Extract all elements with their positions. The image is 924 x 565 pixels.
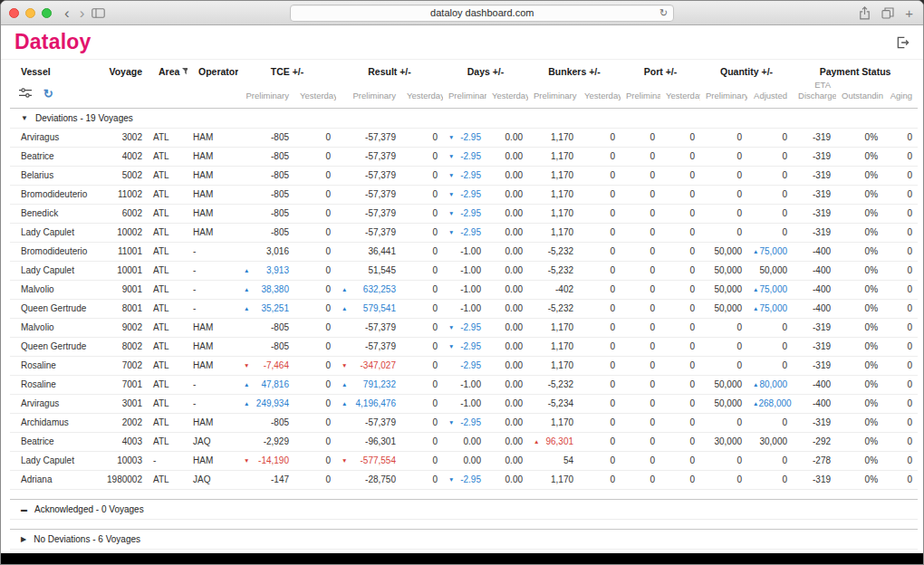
col-subheader-quantity-adjusted[interactable]: Adjusted bbox=[747, 79, 793, 108]
table-row[interactable]: Adriana1980002ATLJAQ-1470-28,7500▼-2.950… bbox=[10, 470, 918, 489]
table-row[interactable]: Bromodideuterio11002ATLHAM-8050-57,3790▼… bbox=[10, 185, 918, 204]
cell-content: -1.00 bbox=[448, 379, 481, 389]
table-row[interactable]: Lady Capulet10001ATL-▲3,913051,5450-1.00… bbox=[10, 261, 918, 280]
cell-content: 0% bbox=[842, 341, 878, 351]
reload-button[interactable]: ↻ bbox=[659, 7, 668, 19]
refresh-icon[interactable]: ↻ bbox=[43, 87, 53, 101]
close-window-button[interactable] bbox=[9, 8, 19, 18]
col-subheader-bunkers-yesterday[interactable]: Yesterday bbox=[579, 79, 621, 108]
cell-tce-yesterday: 0 bbox=[294, 356, 336, 375]
col-group-area[interactable]: Area bbox=[148, 60, 188, 79]
col-subheader-tce-preliminary[interactable]: Preliminary bbox=[238, 79, 294, 108]
cell-value: -400 bbox=[813, 379, 831, 389]
col-group-label: Vessel bbox=[21, 66, 51, 77]
col-subheader-days-yesterday[interactable]: Yesterday bbox=[486, 79, 528, 108]
col-subheader-eta-discharge[interactable]: ETA Discharge bbox=[793, 79, 836, 108]
table-row[interactable]: Arviragus3002ATLHAM-8050-57,3790▼-2.950.… bbox=[10, 128, 918, 147]
cell-content: -805 bbox=[244, 189, 289, 199]
cell-bunkers-yesterday: 0 bbox=[579, 204, 621, 223]
address-bar[interactable]: dataloy dashboard.com ↻ bbox=[290, 5, 674, 22]
column-settings-icon[interactable] bbox=[19, 88, 32, 98]
tab-overview-icon[interactable] bbox=[91, 8, 105, 18]
table-row[interactable]: Benedick6002ATLHAM-8050-57,3790▼-2.950.0… bbox=[10, 204, 918, 223]
table-row[interactable]: Lady Capulet10003-HAM▼-14,1900▼-577,5540… bbox=[10, 451, 918, 470]
forward-button[interactable]: › bbox=[80, 5, 85, 21]
col-subheader-quantity-preliminary[interactable]: Preliminary bbox=[700, 79, 747, 108]
logout-icon[interactable] bbox=[896, 36, 910, 49]
back-button[interactable]: ‹ bbox=[64, 5, 70, 21]
col-group-port[interactable]: Port +/- bbox=[621, 60, 700, 79]
expand-icon[interactable]: ▶ bbox=[21, 535, 26, 543]
delta-up-icon: ▲ bbox=[534, 439, 539, 445]
table-row[interactable]: Beatrice4003ATLJAQ-2,9290-96,30100.000.0… bbox=[10, 432, 918, 451]
dash-icon[interactable]: ▬ bbox=[21, 506, 27, 512]
section-header-row[interactable]: ▶No Deviations - 6 Voyages bbox=[10, 529, 918, 549]
cell-vessel: Belarius bbox=[10, 166, 91, 185]
cell-days-yesterday: 0.00 bbox=[486, 318, 528, 337]
table-row[interactable]: Arviragus3001ATL-▲249,9340▲4,196,4760-1.… bbox=[10, 394, 918, 413]
collapse-icon[interactable]: ▼ bbox=[21, 114, 28, 122]
cell-bunkers-preliminary: ▲96,301 bbox=[528, 432, 579, 451]
fullscreen-window-button[interactable] bbox=[42, 8, 52, 18]
delta-down-icon: ▼ bbox=[448, 135, 454, 141]
col-group-days[interactable]: Days +/- bbox=[443, 60, 528, 79]
col-subheader-days-preliminary[interactable]: Preliminary bbox=[443, 79, 486, 108]
table-row[interactable]: Belarius5002ATLHAM-8050-57,3790▼-2.950.0… bbox=[10, 166, 918, 185]
cell-content: 0 bbox=[889, 265, 912, 275]
table-row[interactable]: Queen Gertrude8001ATL-▲35,2510▲579,5410-… bbox=[10, 299, 918, 318]
cell-value: 0 bbox=[432, 170, 438, 180]
col-group-operator[interactable]: Operator bbox=[188, 60, 238, 79]
col-subheader-port-preliminary[interactable]: Preliminary bbox=[621, 79, 660, 108]
cell-days-yesterday: 0.00 bbox=[486, 432, 528, 451]
table-row[interactable]: Bromodideuterio11001ATL-3,016036,4410-1.… bbox=[10, 242, 918, 261]
delta-down-icon: ▼ bbox=[342, 458, 347, 464]
col-group-quantity[interactable]: Quantity +/- bbox=[700, 60, 793, 79]
col-subheader-aging[interactable]: Aging bbox=[883, 79, 918, 108]
col-group-result[interactable]: Result +/- bbox=[336, 60, 443, 79]
table-row[interactable]: Malvolio9002ATLHAM-8050-57,3790▼-2.950.0… bbox=[10, 318, 918, 337]
col-group-bunkers[interactable]: Bunkers +/- bbox=[528, 60, 621, 79]
cell-value: 0 bbox=[736, 360, 742, 370]
share-icon[interactable] bbox=[859, 6, 871, 20]
tabs-icon[interactable] bbox=[881, 7, 894, 19]
cell-eta-discharge: -319 bbox=[793, 337, 836, 356]
minimize-window-button[interactable] bbox=[25, 8, 35, 18]
table-row[interactable]: Rosaline7001ATL-▲47,8160▲791,2320-1.000.… bbox=[10, 375, 918, 394]
cell-content: -319 bbox=[798, 151, 831, 161]
table-row[interactable]: Malvolio9001ATL-▲38,3800▲632,2530-1.000.… bbox=[10, 280, 918, 299]
cell-port-preliminary: 0 bbox=[621, 413, 660, 432]
table-row[interactable]: Rosaline7002ATLHAM▼-7,4640▼-347,0270-2.9… bbox=[10, 356, 918, 375]
cell-bunkers-preliminary: 1,170 bbox=[528, 223, 579, 242]
new-tab-button[interactable]: + bbox=[905, 6, 913, 20]
col-subheader-outstanding[interactable]: Outstanding bbox=[836, 79, 883, 108]
col-group-payment-status[interactable]: Payment Status bbox=[793, 60, 918, 79]
table-row[interactable]: Beatrice4002ATLHAM-8050-57,3790▼-2.950.0… bbox=[10, 147, 918, 166]
col-subheader-tce-yesterday[interactable]: Yesterday bbox=[294, 79, 336, 108]
table-row[interactable]: Archidamus2002ATLHAM-8050-57,3790▼-2.950… bbox=[10, 413, 918, 432]
table-row[interactable]: Queen Gertrude8002ATLHAM-8050-57,3790▼-2… bbox=[10, 337, 918, 356]
section-header-row[interactable]: ▼Deviations - 19 Voyages bbox=[10, 108, 918, 128]
col-subheader-result-preliminary[interactable]: Preliminary bbox=[336, 79, 401, 108]
cell-value: 0.00 bbox=[464, 436, 481, 446]
cell-value: -57,379 bbox=[365, 417, 396, 427]
section-header-row[interactable]: ▬Acknowledged - 0 Voyages bbox=[10, 499, 918, 519]
cell-content: 0 bbox=[706, 227, 742, 237]
col-group-voyage[interactable]: Voyage bbox=[91, 60, 148, 79]
table-row[interactable]: Lady Capulet10002ATLHAM-8050-57,3790▼-2.… bbox=[10, 223, 918, 242]
col-subheader-result-yesterday[interactable]: Yesterday bbox=[401, 79, 443, 108]
cell-tce-preliminary: -147 bbox=[238, 470, 294, 489]
filter-icon[interactable] bbox=[182, 66, 188, 77]
cell-operator: HAM bbox=[188, 337, 238, 356]
col-group-tce[interactable]: TCE +/- bbox=[238, 60, 336, 79]
col-group-vessel[interactable]: Vessel bbox=[10, 60, 91, 79]
cell-port-preliminary: 0 bbox=[621, 280, 660, 299]
col-subheader-port-yesterday[interactable]: Yesterday bbox=[660, 79, 700, 108]
cell-tce-preliminary: ▼-14,190 bbox=[238, 451, 294, 470]
cell-area: ATL bbox=[148, 166, 188, 185]
col-subheader-bunkers-preliminary[interactable]: Preliminary bbox=[528, 79, 579, 108]
cell-tce-yesterday: 0 bbox=[294, 261, 336, 280]
cell-voyage: 10003 bbox=[91, 451, 148, 470]
cell-port-preliminary: 0 bbox=[621, 432, 660, 451]
cell-tce-yesterday: 0 bbox=[294, 242, 336, 261]
cell-tce-yesterday: 0 bbox=[294, 280, 336, 299]
